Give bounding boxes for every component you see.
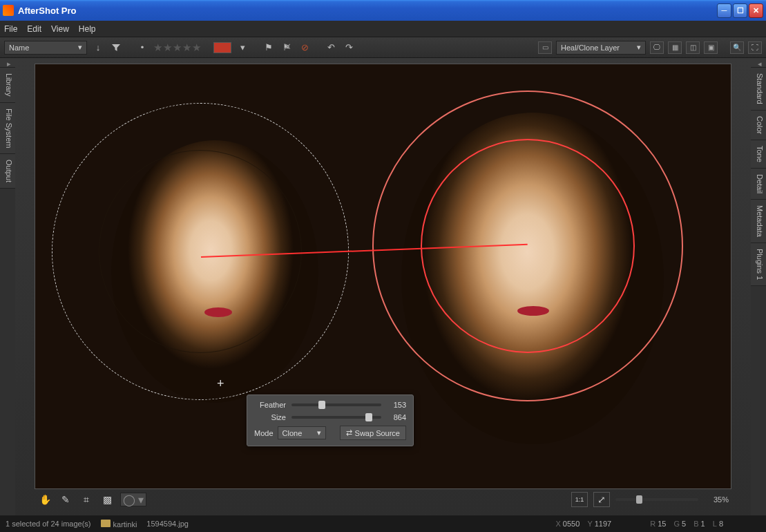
collapse-right-icon[interactable]: ◂: [751, 58, 766, 68]
filename: 1594594.jpg: [146, 520, 189, 528]
tab-tone[interactable]: Tone: [751, 140, 766, 169]
chevron-down-icon[interactable]: ▾: [236, 41, 249, 55]
mode-value: Clone: [283, 429, 303, 437]
app-icon: [3, 5, 14, 16]
tab-color[interactable]: Color: [751, 111, 766, 140]
tab-output[interactable]: Output: [0, 154, 15, 189]
canvas-area: + Feather 153 Size 864 Mode: [15, 58, 751, 515]
heal-clone-panel[interactable]: Feather 153 Size 864 Mode Clone ▾: [247, 395, 414, 446]
swap-icon: ⇄: [346, 428, 352, 437]
star-icon[interactable]: ★: [153, 41, 162, 54]
shape-dropdown[interactable]: ◯ ▾: [120, 493, 146, 506]
swap-label: Swap Source: [355, 429, 400, 437]
rating-stars[interactable]: ★ ★ ★ ★ ★: [153, 41, 201, 54]
left-panel-tabs: ▸ Library File System Output: [0, 58, 15, 515]
menu-file[interactable]: File: [4, 24, 17, 34]
layer-label: Heal/Clone Layer: [561, 44, 620, 52]
image-view-icon[interactable]: ▣: [704, 41, 718, 54]
white-balance-tool-button[interactable]: ✎: [58, 492, 73, 507]
menu-help[interactable]: Help: [79, 24, 96, 34]
zoom-slider[interactable]: [615, 498, 698, 501]
mode-dropdown[interactable]: Clone ▾: [278, 426, 326, 439]
status-bar: 1 selected of 24 image(s) kartinki 15945…: [0, 515, 766, 532]
close-button[interactable]: ✕: [749, 3, 763, 18]
clone-source-region: [111, 140, 318, 403]
chevron-down-icon: ▾: [637, 43, 641, 52]
star-icon[interactable]: ★: [192, 41, 201, 54]
chevron-down-icon: ▾: [78, 43, 82, 52]
face-detail: [204, 307, 232, 317]
tab-detail[interactable]: Detail: [751, 169, 766, 200]
sort-dropdown[interactable]: Name ▾: [4, 41, 87, 55]
fit-button[interactable]: ⤢: [593, 492, 610, 507]
feather-value: 153: [387, 401, 406, 409]
main-area: ▸ Library File System Output +: [0, 58, 766, 515]
sort-direction-button[interactable]: ↓: [91, 41, 105, 55]
image-canvas[interactable]: + Feather 153 Size 864 Mode: [35, 64, 731, 489]
clone-target-region: [401, 113, 664, 444]
magnifier-icon[interactable]: 🔍: [730, 41, 744, 54]
maximize-button[interactable]: ☐: [733, 3, 747, 18]
face-detail: [517, 306, 549, 316]
feather-label: Feather: [254, 401, 286, 409]
tab-plugins[interactable]: Plugins 1: [751, 243, 766, 286]
minimize-button[interactable]: ─: [717, 3, 731, 18]
star-icon[interactable]: ★: [173, 41, 182, 54]
tab-file-system[interactable]: File System: [0, 103, 15, 154]
zoom-percent: 35%: [704, 495, 729, 504]
split-view-icon[interactable]: ◫: [686, 41, 700, 54]
fullscreen-icon[interactable]: ⛶: [748, 41, 762, 54]
window-titlebar: AfterShot Pro ─ ☐ ✕: [0, 0, 766, 21]
flag-clear-button[interactable]: ⊘: [298, 41, 312, 55]
monitor-icon[interactable]: 🖵: [650, 41, 664, 54]
swap-source-button[interactable]: ⇄ Swap Source: [340, 426, 406, 440]
flag-button[interactable]: ⚑: [262, 41, 276, 55]
mode-label: Mode: [254, 429, 274, 437]
menu-view[interactable]: View: [51, 24, 69, 34]
layer-dropdown[interactable]: Heal/Clone Layer ▾: [556, 41, 646, 55]
cursor-coords: X0550 Y1197: [550, 520, 611, 528]
size-label: Size: [254, 413, 286, 421]
pixel-rgb: R15 G5 B1 L8: [644, 520, 723, 528]
right-panel-tabs: ◂ Standard Color Tone Detail Metadata Pl…: [751, 58, 766, 515]
chevron-down-icon: ▾: [317, 428, 321, 437]
collapse-left-icon[interactable]: ▸: [0, 58, 15, 68]
color-label-swatch[interactable]: [213, 42, 231, 53]
window-title: AfterShot Pro: [18, 6, 717, 16]
feather-slider[interactable]: [291, 403, 381, 406]
star-icon[interactable]: ★: [182, 41, 191, 54]
top-toolbar: Name ▾ ↓ • ★ ★ ★ ★ ★ ▾ ⚑ ⚑✕ ⊘ ↶ ↷ ▭ Heal…: [0, 37, 766, 58]
tab-library[interactable]: Library: [0, 68, 15, 103]
pan-tool-button[interactable]: ✋: [37, 492, 52, 507]
bullet-icon: •: [135, 41, 149, 55]
sort-label: Name: [9, 44, 29, 52]
menu-bar: File Edit View Help: [0, 21, 766, 37]
undo-button[interactable]: ↶: [324, 41, 338, 55]
flag-reject-button[interactable]: ⚑✕: [280, 41, 294, 55]
folder-icon: [101, 520, 111, 527]
folder-name: kartinki: [101, 520, 137, 529]
crop-tool-button[interactable]: ⌗: [79, 492, 94, 507]
selection-status: 1 selected of 24 image(s): [6, 520, 91, 528]
actual-pixels-button[interactable]: 1:1: [571, 492, 588, 507]
menu-edit[interactable]: Edit: [27, 24, 41, 34]
region-tool-button[interactable]: ▩: [99, 492, 115, 507]
redo-button[interactable]: ↷: [342, 41, 356, 55]
filter-button[interactable]: [109, 41, 123, 55]
grid-view-icon[interactable]: ▦: [668, 41, 682, 54]
size-value: 864: [387, 413, 406, 421]
layers-icon[interactable]: ▭: [538, 41, 552, 54]
star-icon[interactable]: ★: [163, 41, 172, 54]
size-slider[interactable]: [291, 416, 381, 419]
canvas-bottom-bar: ✋ ✎ ⌗ ▩ ◯ ▾ 1:1 ⤢ 35%: [35, 489, 731, 510]
window-controls: ─ ☐ ✕: [717, 3, 763, 18]
tab-metadata[interactable]: Metadata: [751, 200, 766, 243]
tab-standard[interactable]: Standard: [751, 68, 766, 111]
